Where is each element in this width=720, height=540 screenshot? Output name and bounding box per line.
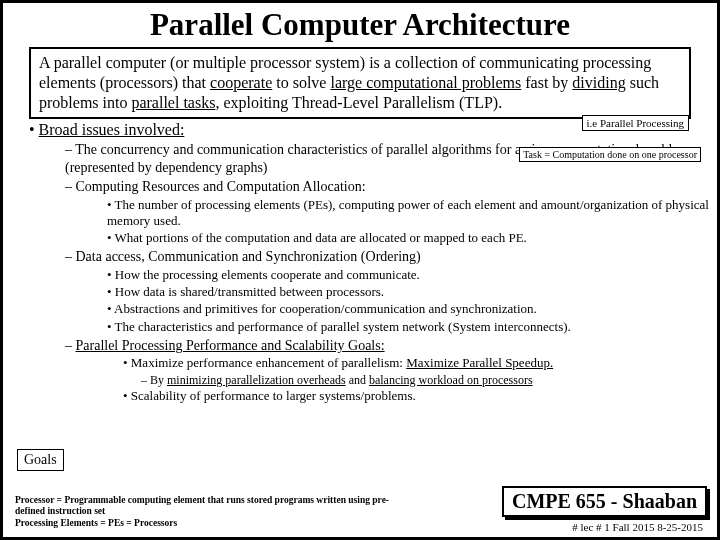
item-goals-max-pre: Maximize performance enhancement of para… [131,355,406,370]
item-goals-by: By minimizing parallelization overheads … [141,373,709,387]
item-goals-heading-text: Parallel Processing Performance and Scal… [76,338,385,353]
intro-u2: large computational problems [330,74,521,91]
intro-text-1c: fast by [521,74,572,91]
item-resources: Computing Resources and Computation Allo… [65,178,709,196]
item-resources-pes: The number of processing elements (PEs),… [107,197,709,230]
lecture-info: # lec # 1 Fall 2015 8-25-2015 [572,521,703,533]
item-goals-heading: Parallel Processing Performance and Scal… [65,337,709,355]
intro-definition: A parallel computer (or multiple process… [29,47,691,119]
item-goals-by-u1: minimizing parallelization overheads [167,373,346,387]
footnotes: Processor = Programmable computing eleme… [15,495,405,529]
footnote-processor-text: Processor = Programmable computing eleme… [15,495,389,516]
page-title: Parallel Computer Architecture [11,7,709,43]
goals-label-box: Goals [17,449,64,471]
intro-u3: dividing [572,74,625,91]
item-da-abstractions: Abstractions and primitives for cooperat… [107,301,709,317]
item-goals-by-pre: By [150,373,167,387]
course-badge: CMPE 655 - Shaaban [502,486,707,517]
note-parallel-processing: i.e Parallel Processing [582,115,689,131]
broad-issues-label: Broad issues involved: [39,121,185,138]
note-task-def: Task = Computation done on one processor [519,147,701,162]
slide: Parallel Computer Architecture A paralle… [0,0,720,540]
item-da-shared: How data is shared/transmitted between p… [107,284,709,300]
footnote-pes: Processing Elements = PEs = Processors [15,518,405,529]
intro-u4: parallel tasks [131,94,215,111]
item-goals-by-u2: balancing workload on processors [369,373,533,387]
intro-text-1b: to solve [272,74,330,91]
item-data-access: Data access, Communication and Synchroni… [65,248,709,266]
item-goals-maximize: Maximize performance enhancement of para… [123,355,709,371]
intro-u1: cooperate [210,74,272,91]
item-da-network: The characteristics and performance of p… [107,319,709,335]
item-goals-max-u: Maximize Parallel Speedup. [406,355,553,370]
item-goals-by-mid: and [346,373,369,387]
item-da-cooperate: How the processing elements cooperate an… [107,267,709,283]
item-goals-scalability: Scalability of performance to larger sys… [123,388,709,404]
footnote-processor: Processor = Programmable computing eleme… [15,495,405,518]
item-resources-portions: What portions of the computation and dat… [107,230,709,246]
intro-text-1e: , exploiting Thread-Level Parallelism (T… [215,94,502,111]
